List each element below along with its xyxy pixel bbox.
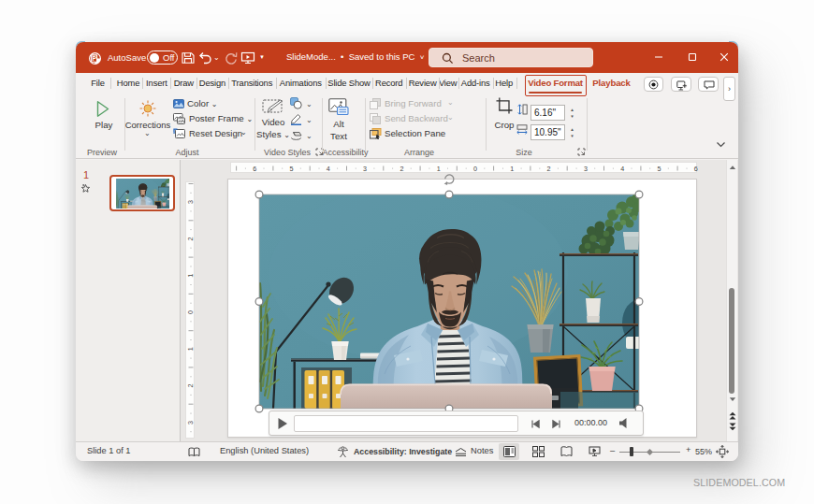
svg-text:2: 2 [186, 237, 195, 240]
svg-text:0: 0 [186, 310, 195, 314]
svg-text:5: 5 [658, 165, 661, 173]
svg-text:1: 1 [186, 347, 195, 351]
svg-text:P: P [92, 55, 96, 62]
svg-text:3: 3 [186, 200, 195, 204]
svg-text:3: 3 [186, 421, 195, 425]
svg-text:6: 6 [694, 165, 698, 173]
svg-text:1: 1 [186, 274, 195, 278]
svg-text:2: 2 [186, 384, 195, 388]
